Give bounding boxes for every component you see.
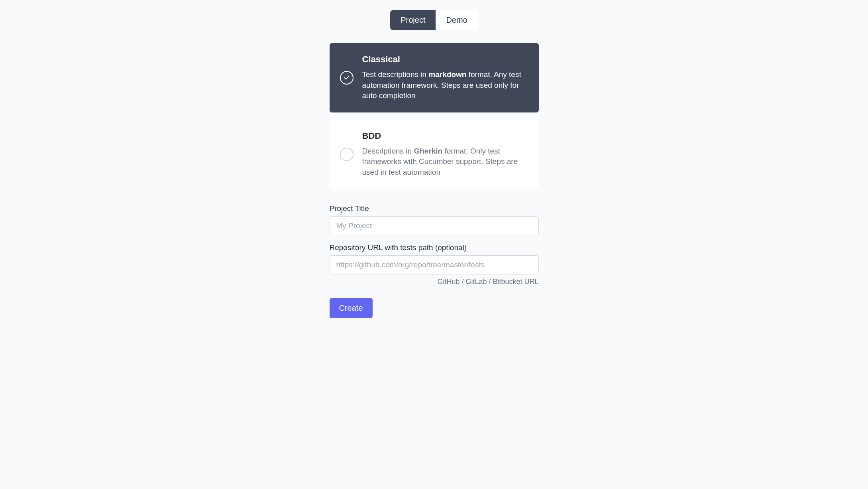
option-bdd-title: BDD [362,131,528,141]
option-classical-title: Classical [362,54,528,65]
tabs: Project Demo [390,10,478,30]
repo-url-input[interactable] [330,255,539,274]
option-bdd-body: BDD Descriptions in Gherkin format. Only… [362,131,528,178]
repo-url-hint: GitHub / GitLab / Bitbucket URL [330,278,539,286]
option-bdd-desc-strong: Gherkin [414,147,442,155]
create-button[interactable]: Create [330,298,373,318]
project-title-label: Project Title [330,204,539,213]
option-bdd[interactable]: BDD Descriptions in Gherkin format. Only… [330,120,539,189]
option-bdd-desc: Descriptions in Gherkin format. Only tes… [362,146,528,178]
option-classical[interactable]: Classical Test descriptions in markdown … [330,43,539,112]
radio-selected-icon [340,71,353,85]
repo-url-label: Repository URL with tests path (optional… [330,243,539,252]
content: Classical Test descriptions in markdown … [330,43,539,318]
field-repo-url: Repository URL with tests path (optional… [330,243,539,286]
radio-unselected-icon [340,148,353,161]
option-classical-desc-pre: Test descriptions in [362,70,429,79]
option-bdd-desc-pre: Descriptions in [362,147,414,155]
field-project-title: Project Title [330,204,539,235]
tab-demo[interactable]: Demo [436,10,477,30]
option-classical-desc: Test descriptions in markdown format. An… [362,69,528,101]
tab-project[interactable]: Project [390,10,436,30]
option-classical-body: Classical Test descriptions in markdown … [362,54,528,101]
project-title-input[interactable] [330,216,539,235]
page-root: Project Demo Classical Test descriptions… [0,0,868,489]
option-classical-desc-strong: markdown [428,70,466,79]
